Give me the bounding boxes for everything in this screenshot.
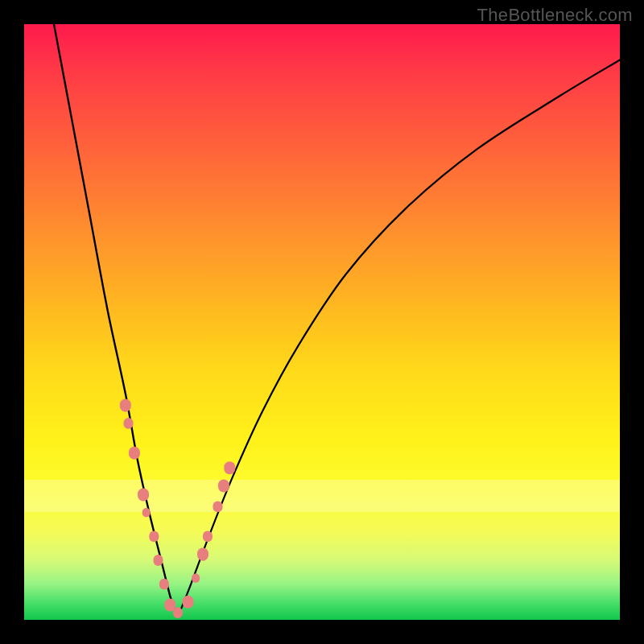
chart-stage: TheBottleneck.com: [0, 0, 644, 644]
plot-area: [24, 24, 620, 620]
marker-point: [192, 573, 200, 583]
marker-point: [224, 461, 235, 474]
marker-point: [159, 579, 169, 590]
marker-point: [183, 596, 194, 609]
curves-svg: [24, 24, 620, 620]
marker-point: [197, 548, 208, 561]
marker-point: [142, 508, 151, 518]
marker-point: [154, 555, 163, 566]
marker-point: [218, 479, 229, 492]
marker-point: [203, 531, 213, 543]
marker-point: [120, 399, 131, 412]
marker-point: [138, 489, 149, 502]
watermark-text: TheBottleneck.com: [477, 5, 633, 26]
marker-point: [173, 607, 183, 618]
marker-point: [149, 531, 159, 543]
marker-point: [129, 447, 140, 460]
marker-point: [124, 418, 134, 429]
marker-point: [213, 502, 223, 513]
left-branch-curve: [54, 24, 176, 614]
marker-group: [120, 399, 235, 618]
right-branch-curve: [179, 60, 620, 613]
